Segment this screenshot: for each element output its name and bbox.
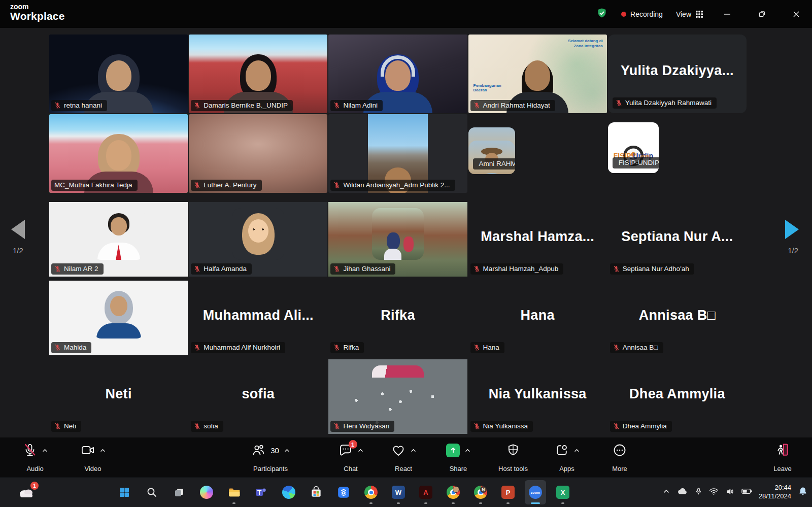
- minimize-button[interactable]: [717, 0, 738, 28]
- participant-name-text: Heni Widyasari: [343, 422, 389, 430]
- participant-name-text: Septiana Nur Adho'ah: [623, 265, 689, 273]
- tile-mahida[interactable]: Mahida: [49, 281, 188, 355]
- running-indicator: [531, 502, 540, 504]
- taskbar-icons: WANPzoomX: [114, 480, 573, 504]
- taskbar-word-button[interactable]: W: [388, 480, 409, 504]
- onedrive-icon[interactable]: [677, 487, 688, 497]
- taskbar-start-button[interactable]: [114, 480, 135, 504]
- participant-name-text: Mahida: [64, 344, 86, 351]
- toolbar-apps-button[interactable]: Apps: [539, 442, 595, 472]
- restore-icon: [758, 10, 766, 18]
- grid-view-icon: [695, 10, 703, 18]
- participant-name-text: Amni RAHMAN_UNIVERSITAS DIP...: [479, 160, 515, 167]
- profile-avatar: [232, 208, 284, 260]
- tile-andri-rahmat-hidayat[interactable]: Selamat datang di Zona IntegritasPembang…: [468, 35, 607, 113]
- participant-name-label: Nilam AR 2: [51, 263, 104, 275]
- participant-name-label: Yulita Dzakiyyah Rahmawati: [613, 97, 717, 109]
- tile-nilam-adini[interactable]: Nilam Adini: [328, 35, 467, 113]
- tile-mc-muthia-fakhira-tedja[interactable]: MC_Muthia Fakhira Tedja: [49, 114, 188, 193]
- tile-hana[interactable]: Hana Hana: [468, 281, 607, 355]
- titlebar: zoom Workplace Recording View: [0, 0, 812, 28]
- task-view-icon: [173, 486, 185, 498]
- participants-icon: [251, 443, 265, 457]
- host-tools-shield-icon: [506, 443, 520, 457]
- taskbar-chrome3-button[interactable]: N: [470, 480, 491, 504]
- tile-rifka[interactable]: Rifka Rifka: [328, 281, 467, 355]
- tile-amni-rahman-universitas-dip[interactable]: Amni RAHMAN_UNIVERSITAS DIP...: [468, 127, 515, 174]
- participant-name-text: Nia Yulkanissa: [483, 422, 528, 430]
- tile-halfa-amanda[interactable]: Halfa Amanda: [189, 202, 327, 277]
- participant-name-text: sofia: [204, 422, 218, 430]
- toolbar-host-button[interactable]: Host tools: [485, 442, 541, 472]
- taskbar-ppt-button[interactable]: P: [497, 480, 519, 504]
- tile-nia-yulkanissa[interactable]: Nia Yulkanissa Nia Yulkanissa: [468, 359, 607, 434]
- chevron-up-icon: [574, 449, 580, 452]
- toolbar-video-button[interactable]: Video: [65, 442, 121, 472]
- tile-muhammad-alif-nurkhoiri[interactable]: Muhammad Ali... Muhammad Alif Nurkhoiri: [189, 281, 327, 355]
- restore-button[interactable]: [751, 0, 772, 28]
- next-page-arrow[interactable]: [785, 220, 799, 239]
- tile-septiana-nur-adho-ah[interactable]: Septiana Nur A... Septiana Nur Adho'ah: [608, 202, 747, 277]
- running-indicator: [479, 502, 482, 504]
- toolbar-more-button[interactable]: More: [592, 442, 648, 472]
- tile-marshal-hamzah-adpub[interactable]: Marshal Hamza... Marshal Hamzah_Adpub: [468, 202, 607, 277]
- notification-bell-icon[interactable]: [798, 486, 808, 498]
- microphone-tray-icon[interactable]: [695, 487, 702, 498]
- close-button[interactable]: [786, 0, 807, 28]
- toolbar-chat-button[interactable]: 1Chat: [323, 442, 379, 472]
- tile-jihan-ghassani[interactable]: Jihan Ghassani: [328, 202, 467, 277]
- taskbar-chrome2-button[interactable]: [443, 480, 464, 504]
- tile-nilam-ar-2[interactable]: Nilam AR 2: [49, 202, 188, 277]
- profile-avatar: [93, 208, 145, 260]
- taskbar-acrobat-button[interactable]: A: [415, 480, 436, 504]
- tile-heni-widyasari[interactable]: Heni Widyasari: [328, 359, 467, 434]
- taskbar-excel-button[interactable]: X: [552, 480, 573, 504]
- tile-fisip-undip[interactable]: FISIP UndipJaya ! FISIP-UNDIP: [608, 122, 659, 173]
- taskbar-zoomapp-button[interactable]: zoom: [525, 480, 546, 504]
- running-indicator: [561, 502, 564, 504]
- taskbar-search-button[interactable]: [141, 480, 162, 504]
- tile-annisaa-b[interactable]: Annisaa B□ Annisaa B□: [608, 281, 747, 355]
- taskbar-explorer-button[interactable]: [223, 480, 245, 504]
- tile-yulita-dzakiyyah-rahmawati[interactable]: Yulita Dzakiyya... Yulita Dzakiyyah Rahm…: [608, 35, 747, 113]
- previous-page-arrow[interactable]: [11, 220, 25, 239]
- taskbar-teams-button[interactable]: [251, 480, 272, 504]
- running-indicator: [369, 502, 373, 504]
- tile-luther-a-pentury[interactable]: Luther A. Pentury: [189, 114, 327, 193]
- wifi-icon[interactable]: [709, 487, 719, 498]
- taskbar-taskview-button[interactable]: [168, 480, 190, 504]
- tray-chevron-icon[interactable]: [662, 487, 670, 497]
- toolbar-share-button[interactable]: Share: [430, 442, 486, 472]
- taskbar-store-button[interactable]: [306, 480, 327, 504]
- toolbar-participants-button[interactable]: 30Participants: [243, 442, 298, 472]
- battery-icon[interactable]: [741, 488, 752, 497]
- tile-neti[interactable]: Neti Neti: [49, 359, 188, 434]
- participant-name-label: Mahida: [51, 342, 91, 353]
- volume-icon[interactable]: [725, 487, 735, 498]
- toolbar-react-button[interactable]: React: [376, 442, 431, 472]
- participant-big-name: Muhammad Ali...: [203, 307, 314, 323]
- leave-button[interactable]: Leave: [757, 442, 808, 472]
- tile-damaris-bernike-b-undip[interactable]: Damaris Bernike B._UNDIP: [189, 35, 327, 113]
- tile-sofia[interactable]: sofia sofia: [189, 359, 327, 434]
- participant-name-label: Heni Widyasari: [330, 421, 394, 432]
- tile-retna-hanani[interactable]: retna hanani: [49, 35, 188, 113]
- participant-name-text: MC_Muthia Fakhira Tedja: [54, 181, 132, 189]
- toolbar-audio-button[interactable]: Audio: [7, 442, 63, 472]
- taskbar-clock[interactable]: 20:44 28/11/2024: [759, 484, 791, 501]
- taskbar-chrome-button[interactable]: [360, 480, 382, 504]
- widgets-button[interactable]: 1: [13, 482, 40, 503]
- chevron-up-icon: [411, 449, 416, 452]
- taskbar-dropbox-button[interactable]: [333, 480, 354, 504]
- toolbar-button-label: Share: [450, 465, 467, 472]
- view-button[interactable]: View: [676, 10, 703, 18]
- tile-dhea-ammylia[interactable]: Dhea Ammylia Dhea Ammylia: [608, 359, 747, 434]
- taskbar-edge-button[interactable]: [278, 480, 299, 504]
- chat-unread-badge: 1: [349, 440, 357, 449]
- recording-indicator: Recording: [621, 10, 663, 18]
- tile-wildan-ardiansyah-adm-publik-2[interactable]: Wildan Ardiansyah_Adm Publik 2...: [328, 114, 467, 193]
- muted-mic-icon: [194, 423, 200, 429]
- taskbar-copilot-button[interactable]: [196, 480, 217, 504]
- security-shield-icon[interactable]: [596, 7, 608, 21]
- muted-mic-icon: [333, 182, 340, 188]
